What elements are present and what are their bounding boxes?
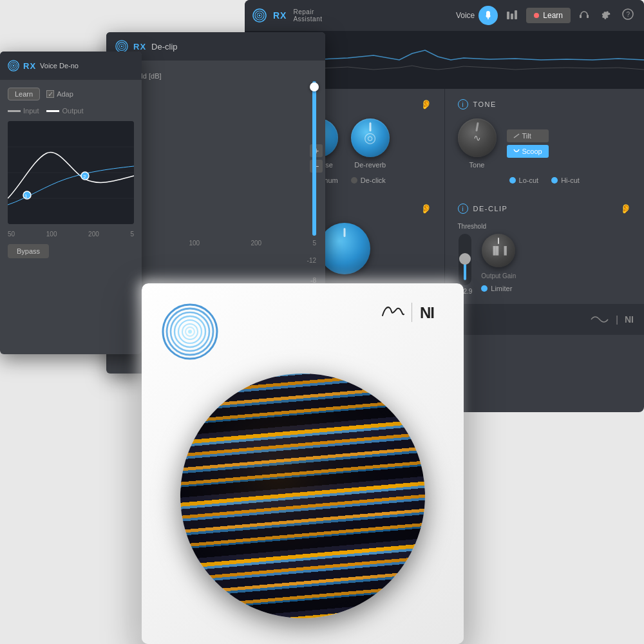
vdn-learn-button[interactable]: Learn bbox=[8, 88, 40, 100]
learn-button[interactable]: Learn bbox=[526, 8, 571, 23]
output-gain-label: Output Gain bbox=[481, 272, 516, 279]
output-gain-knob[interactable]: ▐▌▐ bbox=[482, 234, 515, 267]
svg-rect-9 bbox=[587, 15, 589, 18]
settings-button[interactable] bbox=[598, 6, 614, 25]
vdn-adapt-checkbox[interactable]: ✓ Adap bbox=[46, 90, 73, 98]
freq-5k: 5 bbox=[130, 231, 134, 238]
adapt-label: Adap bbox=[57, 90, 73, 98]
dc-pm-buttons: + − bbox=[310, 144, 323, 173]
album-art bbox=[180, 374, 425, 618]
dc-x-axis: 50 100 200 5 bbox=[115, 240, 316, 247]
hicut-toggle[interactable]: Hi-cut bbox=[551, 176, 580, 184]
hicut-label: Hi-cut bbox=[561, 176, 580, 184]
ra-title-group: Repair Assistant bbox=[293, 8, 322, 23]
gain-bars-icon: ▐▌▐ bbox=[490, 246, 507, 255]
vdn-curve-svg: 1 2 bbox=[8, 121, 134, 224]
scoop-button[interactable]: Scoop bbox=[507, 145, 549, 158]
declip-header: i DE-CLIP 👂 bbox=[458, 204, 632, 214]
dereverb-circle-icon: ◎ bbox=[364, 129, 376, 146]
declip-info-icon[interactable]: i bbox=[458, 204, 468, 214]
tone-title: TONE bbox=[473, 100, 497, 108]
tone-knob-row: ∿ Tone Tilt Scoop bbox=[458, 118, 632, 169]
plus-button[interactable]: + bbox=[310, 144, 323, 157]
headphone-button[interactable] bbox=[576, 6, 592, 25]
dc-rx-label: RX bbox=[133, 42, 146, 52]
tone-knob[interactable]: ∿ bbox=[458, 118, 497, 157]
dc-slider-handle[interactable] bbox=[310, 82, 319, 91]
card-top-row: NI bbox=[161, 303, 444, 361]
svg-rect-5 bbox=[507, 12, 509, 19]
dc-spiral-icon bbox=[115, 40, 128, 53]
declip-title: DE-CLIP bbox=[473, 205, 508, 213]
declip-right: ▐▌▐ Output Gain Limiter bbox=[481, 234, 516, 295]
dc-chart-container: -1.0 bbox=[135, 81, 307, 236]
input-bar bbox=[8, 110, 21, 112]
deess-ear-icon: 👂 bbox=[421, 204, 431, 214]
limiter-label: Limiter bbox=[491, 285, 512, 292]
threshold-label: Threshold bbox=[458, 223, 632, 230]
limiter-toggle[interactable]: Limiter bbox=[481, 285, 516, 292]
vdn-bypass-button[interactable]: Bypass bbox=[8, 244, 49, 258]
tone-knob-label: Tone bbox=[469, 161, 485, 169]
tone-indicator bbox=[475, 122, 478, 131]
tone-header: i TONE bbox=[458, 99, 632, 109]
izotope-brand-icon bbox=[379, 303, 405, 322]
voice-icon bbox=[478, 6, 498, 25]
svg-rect-8 bbox=[580, 15, 582, 18]
vdn-content: Learn ✓ Adap Input Output bbox=[0, 80, 142, 266]
dereverb-label: De-reverb bbox=[354, 161, 386, 169]
ra-subtitle2: Assistant bbox=[293, 15, 322, 23]
output-bar bbox=[46, 110, 59, 112]
declip-slider[interactable] bbox=[459, 234, 471, 285]
vdn-bypass-area: Bypass bbox=[8, 244, 134, 258]
hicut-dot bbox=[551, 177, 558, 184]
help-button[interactable]: ? bbox=[620, 6, 636, 25]
ra-subtitle: Repair bbox=[293, 8, 322, 15]
svg-rect-6 bbox=[511, 14, 513, 19]
svg-point-3 bbox=[259, 15, 261, 17]
slider-thumb[interactable] bbox=[459, 253, 471, 265]
tone-info-icon[interactable]: i bbox=[458, 99, 468, 109]
vdn-spiral-icon bbox=[8, 60, 19, 71]
locut-label: Lo-cut bbox=[519, 176, 539, 184]
dereverb-knob-group: ◎ De-reverb bbox=[351, 118, 390, 169]
declip-ear-icon: 👂 bbox=[620, 204, 631, 214]
declick-toggle[interactable]: De-click bbox=[351, 176, 386, 184]
freq-50: 50 bbox=[8, 231, 15, 238]
minus-button[interactable]: − bbox=[310, 160, 323, 173]
deess-knob[interactable] bbox=[319, 223, 370, 274]
learn-label: Learn bbox=[543, 11, 563, 20]
rx-label: RX bbox=[273, 10, 287, 21]
x-100: 100 bbox=[189, 240, 200, 247]
cb-box: ✓ bbox=[46, 90, 54, 98]
vdn-chart: 1 2 bbox=[8, 121, 134, 224]
scoop-label: Scoop bbox=[522, 147, 542, 155]
vdn-x-axis: 50 100 200 5 bbox=[8, 231, 134, 238]
dc-main-area: 0 -4 -8 -12 -1.0 bbox=[115, 81, 316, 236]
voice-button[interactable]: Voice bbox=[456, 6, 498, 25]
input-label: Input bbox=[23, 107, 39, 115]
ra-logo bbox=[252, 8, 267, 23]
brand-top-right: NI bbox=[379, 303, 444, 322]
declip-left: i DE-CLIP bbox=[458, 204, 508, 214]
declick-label: De-click bbox=[361, 176, 386, 184]
svg-point-37 bbox=[13, 65, 14, 66]
dc-title: De-clip bbox=[151, 42, 177, 52]
tone-knob-group: ∿ Tone bbox=[458, 118, 497, 169]
tilt-button[interactable]: Tilt bbox=[507, 129, 549, 142]
svg-text:1: 1 bbox=[24, 193, 28, 199]
bars-icon bbox=[503, 6, 521, 24]
dc-vertical-slider[interactable] bbox=[312, 81, 316, 236]
y-lower-12: -12 bbox=[115, 257, 316, 264]
izotope-logo-small bbox=[590, 313, 609, 326]
locut-toggle[interactable]: Lo-cut bbox=[509, 176, 539, 184]
svg-line-13 bbox=[514, 134, 519, 138]
declick-dot bbox=[351, 177, 357, 184]
ni-logo-icon: NI bbox=[419, 303, 444, 322]
vdn-io-row: Input Output bbox=[8, 107, 134, 115]
dereverb-knob[interactable]: ◎ bbox=[351, 118, 390, 157]
declip-inner: -22.9 ▐▌▐ Output Gain Limiter bbox=[458, 234, 632, 295]
product-card: NI bbox=[142, 283, 464, 644]
freq-100: 100 bbox=[46, 231, 57, 238]
svg-rect-55 bbox=[180, 374, 425, 618]
